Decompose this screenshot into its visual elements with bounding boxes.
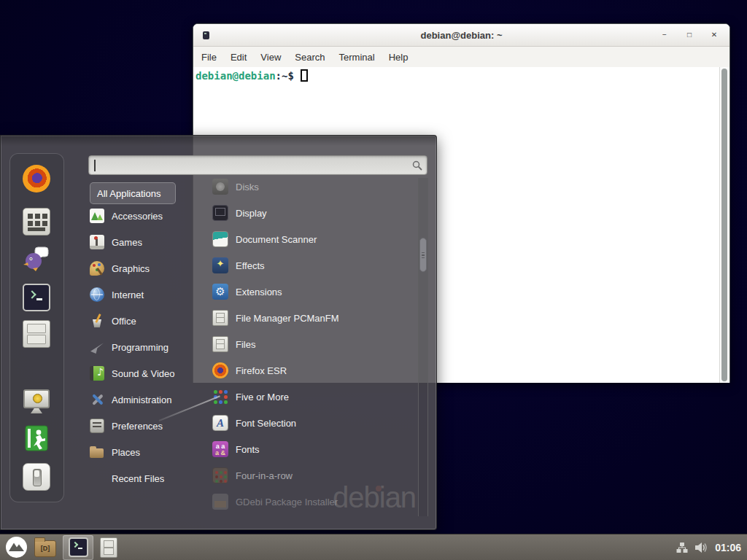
favorite-files-button[interactable] <box>23 320 50 348</box>
application-list: Disks Display Document Scanner Effects E… <box>212 174 411 515</box>
taskbar: [D] 01: <box>0 534 747 560</box>
app-display[interactable]: Display <box>212 200 411 226</box>
category-preferences[interactable]: Preferences <box>90 413 199 439</box>
menu-view[interactable]: View <box>260 52 281 63</box>
app-extensions[interactable]: Extensions <box>212 279 411 305</box>
app-label: Fonts <box>236 444 260 455</box>
app-label: Document Scanner <box>236 234 317 245</box>
prompt-user-host: debian@debian <box>196 70 276 82</box>
file-manager-folder-icon: [D] <box>34 540 56 557</box>
administration-icon <box>90 392 104 407</box>
app-five-or-more[interactable]: Five or More <box>212 384 411 410</box>
terminal-menubar: File Edit View Search Terminal Help <box>193 47 729 67</box>
favorite-terminal-button[interactable] <box>23 284 50 311</box>
document-scanner-icon <box>212 231 228 247</box>
places-icon <box>90 445 104 459</box>
menu-button[interactable] <box>5 535 28 560</box>
taskbar-launchers: [D] <box>0 534 117 560</box>
category-label: Places <box>112 447 140 458</box>
files-taskbar-button[interactable] <box>100 535 117 560</box>
file-manager-button[interactable]: [D] <box>34 535 56 560</box>
lock-screen-button[interactable] <box>23 387 50 415</box>
firefox-icon <box>212 362 228 378</box>
category-places[interactable]: Places <box>90 439 199 465</box>
display-icon <box>212 205 228 221</box>
app-fonts[interactable]: Fonts <box>212 436 411 462</box>
programming-icon <box>90 340 104 354</box>
terminal-scrollbar-thumb[interactable] <box>721 69 727 381</box>
all-applications-button[interactable]: All Applications <box>90 182 176 204</box>
maximize-button[interactable]: □ <box>686 31 693 39</box>
category-label: Recent Files <box>112 473 164 484</box>
terminal-taskbar-button[interactable] <box>63 535 93 560</box>
menu-search[interactable]: Search <box>295 52 325 63</box>
app-label: Four-in-a-row <box>236 470 293 481</box>
file-cabinet-icon <box>23 320 50 348</box>
app-label: Firefox ESR <box>236 365 287 376</box>
terminal-scrollbar[interactable] <box>719 67 729 383</box>
app-list-scrollbar-thumb[interactable] <box>419 238 427 272</box>
app-file-manager-pcmanfm[interactable]: File Manager PCManFM <box>212 305 411 331</box>
category-administration[interactable]: Administration <box>90 386 199 413</box>
menu-edit[interactable]: Edit <box>231 52 247 63</box>
app-firefox-esr[interactable]: Firefox ESR <box>212 357 411 384</box>
favorite-firefox-button[interactable] <box>23 165 50 192</box>
menu-terminal[interactable]: Terminal <box>339 52 375 63</box>
category-games[interactable]: Games <box>90 229 199 255</box>
category-programming[interactable]: Programming <box>90 334 199 360</box>
category-office[interactable]: Office <box>90 308 199 334</box>
sound-video-icon <box>90 366 104 381</box>
internet-icon <box>90 287 104 302</box>
app-gdebi-package-installer[interactable]: GDebi Package Installer <box>212 489 411 515</box>
file-cabinet-icon <box>100 537 117 558</box>
logout-icon <box>23 424 50 452</box>
category-label: Sound & Video <box>112 368 175 379</box>
desktop: debian debian@debian: ~ − □ ✕ File Edit … <box>0 0 747 560</box>
firefox-icon <box>23 165 50 192</box>
app-label: Disks <box>236 182 259 192</box>
search-input[interactable] <box>88 155 427 175</box>
system-tray: 01:06 <box>676 542 747 553</box>
menu-file[interactable]: File <box>201 52 217 63</box>
file-cabinet-icon <box>212 336 228 352</box>
disks-icon <box>212 179 228 195</box>
app-label: Files <box>236 339 255 350</box>
app-four-in-a-row[interactable]: Four-in-a-row <box>212 462 411 489</box>
close-button[interactable]: ✕ <box>711 31 718 39</box>
gdebi-icon <box>212 494 228 510</box>
terminal-window-icon <box>203 31 209 39</box>
favorites-panel <box>9 153 64 502</box>
app-effects[interactable]: Effects <box>212 252 411 279</box>
software-keyboard-icon <box>23 208 50 236</box>
network-icon[interactable] <box>676 542 688 553</box>
extensions-icon <box>212 284 228 300</box>
category-sound-video[interactable]: Sound & Video <box>90 360 199 386</box>
app-document-scanner[interactable]: Document Scanner <box>212 226 411 252</box>
app-files[interactable]: Files <box>212 331 411 357</box>
volume-icon[interactable] <box>694 542 708 553</box>
category-label: Administration <box>112 394 171 405</box>
file-cabinet-icon <box>212 310 228 326</box>
app-list-scrollbar[interactable] <box>418 178 428 516</box>
category-recent-files[interactable]: Recent Files <box>90 465 199 491</box>
shutdown-button[interactable] <box>23 463 50 491</box>
favorite-software-button[interactable] <box>23 208 50 236</box>
category-label: Programming <box>112 342 169 353</box>
clock[interactable]: 01:06 <box>715 542 741 553</box>
shutdown-icon <box>23 463 50 491</box>
pidgin-icon <box>23 244 50 272</box>
favorite-pidgin-button[interactable] <box>23 244 50 272</box>
terminal-icon <box>23 284 50 311</box>
category-graphics[interactable]: Graphics <box>90 255 199 281</box>
graphics-icon <box>90 261 104 276</box>
menu-help[interactable]: Help <box>389 52 409 63</box>
logout-button[interactable] <box>23 424 50 452</box>
category-accessories[interactable]: Accessories <box>90 203 199 229</box>
category-label: Preferences <box>112 421 163 432</box>
terminal-titlebar[interactable]: debian@debian: ~ − □ ✕ <box>193 24 729 47</box>
minimize-button[interactable]: − <box>661 31 668 39</box>
app-font-selection[interactable]: Font Selection <box>212 410 411 436</box>
app-disks[interactable]: Disks <box>212 174 411 200</box>
category-internet[interactable]: Internet <box>90 281 199 308</box>
lock-dot <box>33 394 42 403</box>
